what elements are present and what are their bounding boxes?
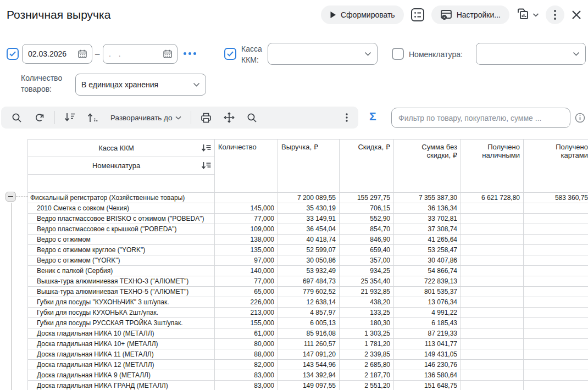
table-row[interactable]: Губки для посуды "КУХОНЬЧИК" 3 шт/упак.2… (28, 297, 588, 308)
chevron-down-icon (175, 116, 181, 120)
cell-revenue: 4 857,97 (278, 308, 340, 318)
settings-button[interactable]: Настройки... (431, 5, 509, 24)
column-header-discount[interactable]: Скидка, ₽ (340, 140, 394, 193)
table-row[interactable]: Губки для посуды РУССКАЯ ТРОЙКА 3шт/упак… (28, 318, 588, 328)
column-header-qty[interactable]: Количество (215, 140, 278, 193)
cell-qty (215, 193, 278, 203)
cell-cards (524, 360, 588, 370)
table-row[interactable]: Ведро с отжимом138,00040 418,74846,9041 … (28, 235, 588, 245)
nomenclature-combobox[interactable] (476, 43, 586, 65)
cell-discount: 1 303,25 (340, 328, 394, 339)
table-row[interactable]: Ведро пластмассовое BRISKO с отжимом ("P… (28, 214, 588, 224)
zoom-button[interactable] (241, 109, 263, 126)
check-icon (227, 51, 234, 57)
toolbar-more-button[interactable] (340, 109, 354, 126)
cell-cash (461, 349, 524, 360)
table-filter-input[interactable] (391, 108, 570, 128)
nomenclature-checkbox[interactable] (392, 48, 404, 60)
close-button[interactable] (569, 5, 584, 24)
navigate-button[interactable] (28, 109, 51, 126)
cell-qty: 77,000 (215, 214, 278, 224)
totals-sigma-button[interactable]: Σ (369, 110, 376, 123)
table-row[interactable]: Губки для посуды КУХОНЬКА 2шт/упак.213,0… (28, 308, 588, 318)
table-row[interactable]: Ведро с отжимом круглое ("YORK")135,0005… (28, 245, 588, 255)
cell-qty: 61,000 (215, 328, 278, 339)
calendar-icon[interactable] (77, 49, 87, 59)
info-icon[interactable] (575, 113, 585, 123)
cell-cards (524, 370, 588, 381)
more-button[interactable] (546, 5, 564, 24)
period-more-button[interactable] (184, 52, 196, 55)
cell-cash (461, 255, 524, 266)
period-checkbox[interactable] (7, 48, 19, 60)
fit-width-button[interactable] (218, 109, 241, 126)
search-button[interactable] (5, 109, 28, 126)
report-variants-button[interactable] (514, 5, 541, 24)
generate-button[interactable]: Сформировать (321, 5, 404, 24)
cell-cash (461, 224, 524, 235)
group-row[interactable]: Фискальный регистратор (Хозяйственные то… (28, 193, 588, 203)
table-row[interactable]: Вышка-тура алюминиевая ТЕХНО-3 ("АЛЮМЕТ"… (28, 276, 588, 287)
cell-qty: 155,000 (215, 318, 278, 328)
date-from-field[interactable]: 02.03.2026 (22, 44, 92, 64)
table-row[interactable]: Доска гладильная НИКА 11 (МЕТАЛЛ)88,0001… (28, 349, 588, 360)
nomenclature-label: Номенклатура: (409, 49, 463, 60)
cell-discount: 133,25 (340, 308, 394, 318)
calendar-icon[interactable] (163, 49, 173, 59)
cell-cash (461, 370, 524, 381)
item-name: Веник с палкой (Сербия) (28, 266, 215, 276)
row-header-kassa[interactable]: Касса ККМ (28, 140, 214, 157)
quantity-combobox[interactable]: В единицах хранения (75, 74, 206, 96)
kebab-icon (346, 113, 348, 122)
report-structure-button[interactable] (409, 5, 426, 24)
table-row[interactable]: Доска гладильная НИКА 12 (МЕТАЛЛ)82,0001… (28, 360, 588, 370)
column-header-cash[interactable]: Получено наличными (461, 140, 524, 193)
period-dash: – (95, 49, 99, 58)
cell-qty: 213,000 (215, 308, 278, 318)
cell-qty: 109,000 (215, 224, 278, 235)
column-header-sum[interactable]: Сумма без скидки, ₽ (394, 140, 461, 193)
date-to-placeholder: . . (109, 49, 163, 58)
expand-all-button[interactable] (58, 109, 81, 126)
item-name: Доска гладильная НИКА ГРАНД (МЕТАЛЛ) (28, 381, 215, 390)
collapse-group-button[interactable] (5, 192, 16, 202)
table-row[interactable]: 2010 Сметка с совком (Чехия)145,00035 43… (28, 203, 588, 214)
table-row[interactable]: Доска гладильная НИКА 10 (МЕТАЛЛ)61,0008… (28, 328, 588, 339)
table-row[interactable]: Доска гладильная НИКА 9 (МЕТАЛЛ)83,00013… (28, 370, 588, 381)
cell-revenue: 149 097,55 (278, 381, 340, 390)
expand-to-button[interactable]: Разворачивать до (104, 109, 187, 126)
kassa-combobox[interactable] (268, 43, 378, 65)
item-name: Губки для посуды РУССКАЯ ТРОЙКА 3шт/упак… (28, 318, 215, 328)
table-body: Фискальный регистратор (Хозяйственные то… (28, 193, 588, 390)
cell-sum: 4 991,22 (394, 308, 461, 318)
column-header-revenue[interactable]: Выручка, ₽ (278, 140, 340, 193)
cell-sum: 13 076,34 (394, 297, 461, 308)
print-button[interactable] (195, 109, 218, 126)
chevron-down-icon (364, 52, 371, 56)
date-to-field[interactable]: . . (103, 44, 177, 64)
tree-line (11, 203, 12, 390)
cell-qty: 138,000 (215, 235, 278, 245)
cell-revenue: 111 260,57 (278, 339, 340, 349)
collapse-all-button[interactable] (81, 109, 104, 126)
cell-qty: 97,000 (215, 255, 278, 266)
kassa-label: Касса ККМ: (241, 43, 262, 65)
table-row[interactable]: Веник с палкой (Сербия)140,00053 932,499… (28, 266, 588, 276)
table-row[interactable]: Ведро с отжимом ("YORK")97,00030 050,863… (28, 255, 588, 266)
cell-cash (461, 276, 524, 287)
cell-sum: 6 185,43 (394, 318, 461, 328)
item-name: Ведро пластмассовое с крышкой ("POBEDA") (28, 224, 215, 235)
sort-icon[interactable] (201, 144, 211, 152)
sort-icon[interactable] (201, 161, 211, 170)
cell-revenue: 697 484,73 (278, 276, 340, 287)
navigate-icon (34, 113, 45, 123)
table-row[interactable]: Ведро пластмассовое с крышкой ("POBEDA")… (28, 224, 588, 235)
table-row[interactable]: Доска гладильная НИКА ГРАНД (МЕТАЛЛ)83,0… (28, 381, 588, 390)
table-row[interactable]: Доска гладильная НИКА 10+ (МЕТАЛЛ)80,000… (28, 339, 588, 349)
kassa-checkbox[interactable] (224, 48, 236, 60)
row-header-nomenclature[interactable]: Номенклатура (28, 157, 214, 175)
cell-discount: 552,90 (340, 214, 394, 224)
column-header-cards[interactable]: Получено картами (524, 140, 588, 193)
collapse-all-icon (87, 113, 98, 122)
table-row[interactable]: Вышка-тура алюминиевая ТЕХНО-5 ("АЛЮМЕТ"… (28, 287, 588, 297)
